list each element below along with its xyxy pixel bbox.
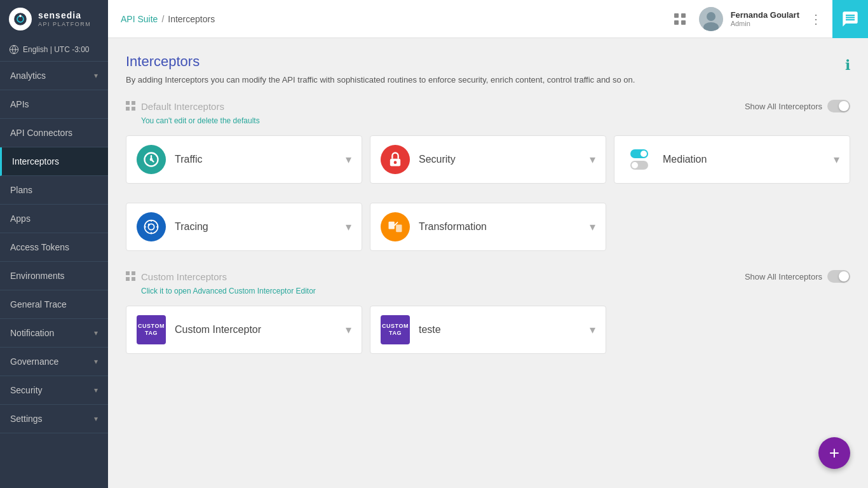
logo-text: sensedia API PLATFORM [38,10,91,29]
teste-card-label: teste [419,324,581,336]
interceptor-card-traffic[interactable]: Traffic ▾ [126,135,362,184]
teste-tag-icon: CUSTOM TAG [381,315,410,344]
tracing-chevron-icon: ▾ [346,220,351,234]
svg-point-17 [148,224,151,226]
user-role: Admin [731,20,799,27]
svg-rect-5 [674,20,679,25]
breadcrumb: API Suite / Interceptors [108,14,668,24]
default-interceptors-section: Default Interceptors Show All Intercepto… [126,100,850,251]
custom-cards-grid: CUSTOM TAG Custom Interceptor ▾ CUSTOM T… [126,306,850,354]
breadcrumb-parent[interactable]: API Suite [121,14,158,24]
chevron-down-icon: ▾ [94,71,98,80]
sidebar-item-apis[interactable]: APIs [0,90,108,119]
custom-interceptors-section: Custom Interceptors Show All Interceptor… [126,270,850,354]
svg-point-15 [145,220,158,234]
sidebar-item-security[interactable]: Security ▾ [0,376,108,405]
default-section-title-area: Default Interceptors [126,101,224,112]
tracing-card-label: Tracing [175,221,337,233]
custom-show-all-area: Show All Interceptors [745,270,850,283]
custom-tag-icon: CUSTOM TAG [137,315,166,344]
traffic-chevron-icon: ▾ [346,152,351,166]
sidebar-item-interceptors[interactable]: Interceptors [0,147,108,176]
interceptor-card-teste[interactable]: CUSTOM TAG teste ▾ [370,306,606,354]
interceptor-card-transformation[interactable]: Transformation ▾ [370,203,606,251]
more-options-button[interactable]: ⋮ [807,13,825,25]
custom-interceptor-label: Custom Interceptor [175,324,337,336]
svg-point-0 [14,13,27,25]
svg-rect-19 [396,225,402,233]
default-show-all-toggle[interactable] [827,100,850,112]
tracing-icon [137,212,166,241]
page-description: By adding Interceptors you can modify th… [126,75,635,85]
teste-chevron-icon: ▾ [590,323,595,337]
user-info: Fernanda Goulart Admin [731,10,799,27]
info-button[interactable]: ℹ [845,57,850,74]
sidebar-item-governance[interactable]: Governance ▾ [0,348,108,376]
svg-rect-3 [674,13,679,18]
transformation-icon [381,212,410,241]
transformation-chevron-icon: ▾ [590,220,595,234]
logo-icon [9,8,32,30]
svg-rect-18 [389,222,395,229]
sidebar-item-plans[interactable]: Plans [0,176,108,205]
chevron-down-icon: ▾ [94,329,98,337]
page-title: Interceptors [126,53,635,70]
svg-point-2 [19,15,22,17]
breadcrumb-current: Interceptors [168,14,215,24]
breadcrumb-sep: / [161,14,164,24]
language-selector[interactable]: English | UTC -3:00 [0,38,108,62]
main-layout: English | UTC -3:00 Analytics ▾ APIs API… [0,38,868,488]
security-card-label: Security [419,154,581,165]
custom-interceptor-chevron-icon: ▾ [346,323,351,337]
custom-section-grid-icon [126,271,136,281]
transformation-card-label: Transformation [419,221,581,233]
language-label: English | UTC -3:00 [23,45,90,54]
user-name: Fernanda Goulart [731,10,799,20]
default-section-sub: You can't edit or delete the defaults [126,116,850,125]
interceptor-card-mediation[interactable]: Mediation ▾ [614,135,850,184]
chevron-down-icon: ▾ [94,414,98,423]
sidebar-item-environments[interactable]: Environments [0,262,108,290]
sidebar-item-settings[interactable]: Settings ▾ [0,405,108,433]
custom-section-sub: Click it to open Advanced Custom Interce… [126,287,850,295]
svg-rect-4 [681,13,686,18]
chevron-down-icon: ▾ [94,357,98,366]
interceptor-card-security[interactable]: Security ▾ [370,135,606,184]
security-icon [381,145,410,174]
sidebar-item-access-tokens[interactable]: Access Tokens [0,233,108,262]
default-show-all-area: Show All Interceptors [745,100,850,112]
svg-rect-6 [681,20,686,25]
mediation-card-label: Mediation [663,154,825,165]
logo-area: sensedia API PLATFORM [0,0,108,38]
custom-section-title-area: Custom Interceptors [126,271,227,282]
security-chevron-icon: ▾ [590,152,595,166]
add-fab-button[interactable]: + [818,437,850,469]
default-section-title: Default Interceptors [141,101,224,112]
traffic-icon [137,145,166,174]
avatar [699,7,723,31]
top-nav: sensedia API PLATFORM API Suite / Interc… [0,0,868,38]
sidebar-item-api-connectors[interactable]: API Connectors [0,119,108,147]
default-cards-row1: Traffic ▾ Security ▾ [126,135,850,184]
interceptor-card-custom-interceptor[interactable]: CUSTOM TAG Custom Interceptor ▾ [126,306,362,354]
mediation-chevron-icon: ▾ [834,152,839,166]
default-section-header: Default Interceptors Show All Intercepto… [126,100,850,112]
sidebar-item-general-trace[interactable]: General Trace [0,290,108,319]
custom-section-header: Custom Interceptors Show All Interceptor… [126,270,850,283]
svg-point-8 [707,12,715,21]
sidebar-item-apps[interactable]: Apps [0,205,108,233]
sidebar-item-analytics[interactable]: Analytics ▾ [0,62,108,90]
sidebar: English | UTC -3:00 Analytics ▾ APIs API… [0,38,108,488]
content-area: Interceptors By adding Interceptors you … [108,38,868,488]
sidebar-item-notification[interactable]: Notification ▾ [0,319,108,348]
traffic-card-label: Traffic [175,154,337,165]
custom-show-all-label: Show All Interceptors [745,272,822,281]
section-grid-icon [126,101,136,111]
interceptor-card-tracing[interactable]: Tracing ▾ [126,203,362,251]
default-cards-row2: Tracing ▾ Transformation ▾ [126,203,850,251]
svg-point-12 [150,158,153,161]
custom-section-title: Custom Interceptors [141,271,227,282]
chat-button[interactable] [832,0,868,38]
custom-show-all-toggle[interactable] [827,270,850,283]
apps-grid-button[interactable] [668,8,691,30]
